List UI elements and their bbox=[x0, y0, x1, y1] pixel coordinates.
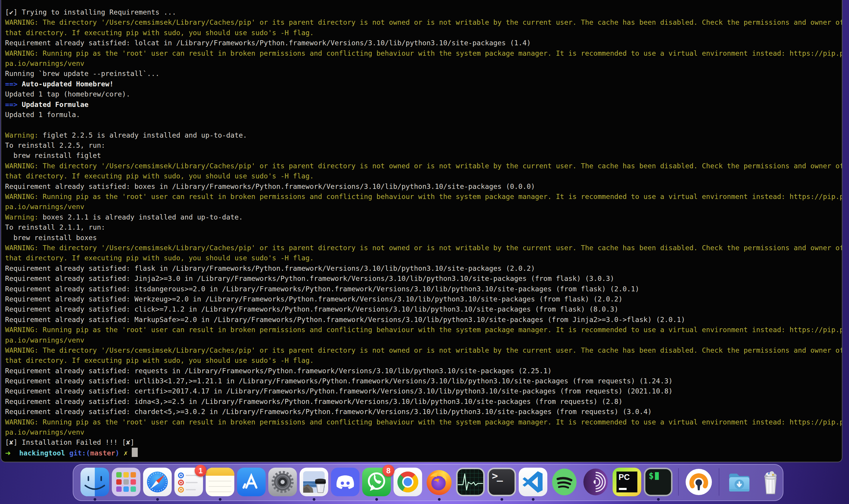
text-segment: Updated 1 tap (homebrew/core). bbox=[5, 90, 130, 98]
dock-item-spotify[interactable] bbox=[550, 468, 578, 501]
running-indicator bbox=[657, 498, 660, 501]
text-segment: pa.io/warnings/venv bbox=[5, 203, 84, 211]
text-segment: Requirement already satisfied: lolcat in… bbox=[5, 39, 531, 47]
terminal-row: WARNING: Running pip as the 'root' user … bbox=[5, 48, 839, 58]
text-segment: WARNING: Running pip as the 'root' user … bbox=[5, 326, 843, 334]
text-segment: ✗ bbox=[123, 449, 127, 457]
dock-item-tor-browser[interactable] bbox=[581, 468, 610, 501]
dock-item-app-store[interactable] bbox=[237, 468, 266, 501]
running-indicator bbox=[438, 498, 440, 501]
text-segment: [✔] Trying to installing Requirements ..… bbox=[5, 8, 176, 16]
dock-item-notes[interactable] bbox=[206, 468, 234, 501]
terminal-output: [✔] Trying to installing Requirements ..… bbox=[1, 0, 842, 458]
terminal-row: WARNING: Running pip as the 'root' user … bbox=[5, 325, 839, 335]
text-segment: brew reinstall figlet bbox=[5, 151, 101, 159]
dock-item-reminders[interactable]: 1 bbox=[174, 468, 203, 501]
preview-icon bbox=[299, 468, 328, 496]
terminal-row: WARNING: The directory '/Users/cemsimsek… bbox=[5, 161, 839, 171]
dock-item-system-settings[interactable] bbox=[268, 468, 297, 501]
running-indicator bbox=[93, 498, 96, 501]
notification-badge: 1 bbox=[195, 465, 207, 476]
dock-separator bbox=[719, 468, 719, 496]
terminal-row: Requirement already satisfied: chardet<5… bbox=[5, 407, 839, 417]
text-segment: Requirement already satisfied: flask in … bbox=[5, 265, 535, 272]
terminal-row: that directory. If executing pip with su… bbox=[5, 171, 839, 181]
text-segment: Running `brew update --preinstall`... bbox=[5, 70, 159, 77]
text-segment: Warning: bbox=[5, 131, 38, 139]
iterm-icon: $ bbox=[644, 468, 673, 496]
dock-item-openvpn[interactable] bbox=[685, 468, 713, 501]
text-segment: Updated 1 formula. bbox=[5, 111, 80, 119]
discord-icon bbox=[331, 468, 360, 496]
text-segment: pa.io/warnings/venv bbox=[5, 428, 84, 436]
vscode-icon bbox=[519, 468, 547, 496]
dock-item-discord[interactable] bbox=[331, 468, 360, 501]
notification-badge: 8 bbox=[382, 465, 394, 476]
terminal-row: WARNING: The directory '/Users/cemsimsek… bbox=[5, 17, 839, 28]
dock-item-downloads[interactable] bbox=[725, 468, 753, 501]
terminal-cursor bbox=[132, 448, 138, 457]
text-segment: Requirement already satisfied: itsdanger… bbox=[5, 285, 639, 293]
terminal-row: Requirement already satisfied: urllib3<1… bbox=[5, 376, 839, 386]
terminal-row: WARNING: The directory '/Users/cemsimsek… bbox=[5, 243, 839, 253]
text-segment: that directory. If executing pip with su… bbox=[5, 254, 314, 262]
dock-item-chrome[interactable] bbox=[394, 468, 422, 501]
text-segment: WARNING: Running pip as the 'root' user … bbox=[5, 418, 843, 426]
firefox-icon bbox=[425, 468, 453, 496]
dock-item-whatsapp[interactable]: 8 bbox=[362, 468, 391, 501]
text-segment: ) bbox=[115, 449, 119, 457]
text-segment: [✘] Installation Failed !!! [✘] bbox=[5, 438, 135, 446]
text-segment bbox=[11, 449, 19, 457]
dock-item-trash[interactable] bbox=[756, 468, 785, 501]
terminal-row: Requirement already satisfied: idna<3,>=… bbox=[5, 396, 839, 407]
text-segment: ==> bbox=[5, 80, 18, 88]
terminal-row: brew reinstall boxes bbox=[5, 233, 839, 243]
terminal-row: Running `brew update --preinstall`... bbox=[5, 69, 839, 79]
dock-item-safari[interactable] bbox=[143, 468, 172, 501]
text-segment: master bbox=[90, 449, 115, 457]
launchpad-icon bbox=[112, 468, 140, 496]
running-indicator bbox=[156, 498, 159, 501]
dock-item-launchpad[interactable] bbox=[112, 468, 140, 501]
running-indicator bbox=[501, 498, 503, 501]
terminal-row: Requirement already satisfied: certifi>=… bbox=[5, 386, 839, 396]
app-store-icon bbox=[237, 468, 266, 496]
dock-item-finder[interactable] bbox=[81, 468, 109, 501]
text-segment: pa.io/warnings/venv bbox=[5, 59, 84, 67]
dock-item-firefox[interactable] bbox=[425, 468, 453, 501]
text-segment bbox=[127, 449, 132, 457]
terminal-row: pa.io/warnings/venv bbox=[5, 202, 839, 212]
dock-item-pycharm[interactable]: PC bbox=[612, 468, 641, 501]
terminal-row: [✘] Installation Failed !!! [✘] bbox=[5, 437, 839, 447]
text-segment: brew reinstall boxes bbox=[5, 234, 97, 241]
terminal-row: WARNING: Running pip as the 'root' user … bbox=[5, 192, 839, 202]
dock-item-vscode[interactable] bbox=[519, 468, 547, 501]
running-indicator bbox=[219, 498, 222, 501]
text-segment: Requirement already satisfied: urllib3<1… bbox=[5, 377, 673, 385]
trash-icon bbox=[756, 468, 785, 496]
finder-icon bbox=[81, 468, 109, 496]
tor-onion-icon bbox=[581, 468, 610, 496]
terminal-row: Updated 1 tap (homebrew/core). bbox=[5, 89, 839, 99]
terminal-row bbox=[5, 120, 839, 130]
dock-item-terminal[interactable]: >_ bbox=[487, 468, 516, 501]
ecg-monitor-icon bbox=[456, 468, 485, 496]
openvpn-icon bbox=[685, 468, 713, 496]
text-segment: To reinstall 2.1.1, run: bbox=[5, 223, 105, 231]
terminal-row: pa.io/warnings/venv bbox=[5, 58, 839, 69]
terminal-row: Requirement already satisfied: boxes in … bbox=[5, 181, 839, 192]
dock-item-ecg-monitor[interactable] bbox=[456, 468, 485, 501]
running-indicator bbox=[313, 498, 315, 501]
dock-item-preview[interactable] bbox=[299, 468, 328, 501]
dock-item-iterm[interactable]: $ bbox=[644, 468, 673, 501]
terminal-app-icon: >_ bbox=[487, 468, 516, 496]
terminal-row: To reinstall 2.1.1, run: bbox=[5, 222, 839, 232]
text-segment: that directory. If executing pip with su… bbox=[5, 357, 314, 364]
dock: 1 bbox=[73, 464, 783, 501]
terminal-window[interactable]: [✔] Trying to installing Requirements ..… bbox=[1, 0, 843, 462]
text-segment: Auto-updated Homebrew! bbox=[18, 80, 114, 88]
text-segment: Requirement already satisfied: Jinja2>=3… bbox=[5, 275, 614, 282]
terminal-row: that directory. If executing pip with su… bbox=[5, 253, 839, 263]
notes-icon bbox=[206, 468, 234, 496]
chrome-icon bbox=[394, 468, 422, 496]
